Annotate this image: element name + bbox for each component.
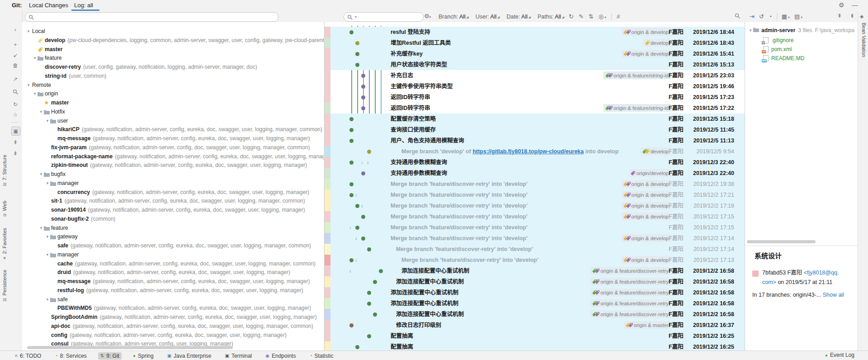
tree-row-concurrency[interactable]: concurrency(gateway, notification, admin… xyxy=(22,188,324,197)
commit-row[interactable]: Merge branch 'feature/discover-retry' in… xyxy=(330,200,745,211)
collapse-all-icon[interactable]: ⇟ xyxy=(11,149,19,157)
tree-row-api-doc[interactable]: api-doc(gateway, notification, admin-ser… xyxy=(22,322,324,331)
statusbar-item-spring[interactable]: ●Spring xyxy=(131,352,156,360)
filter-branch[interactable]: Branch: All▴▾ xyxy=(439,14,468,20)
tree-row-config[interactable]: config(gateway, notification, admin-serv… xyxy=(22,331,324,340)
event-log-button[interactable]: ● Event Log xyxy=(825,352,854,358)
author-email-link2[interactable]: com> xyxy=(762,279,776,285)
tab-log-all[interactable]: Log: all xyxy=(74,2,93,9)
add-branch-icon[interactable]: + xyxy=(11,41,19,49)
sort-icon[interactable]: ⇅ xyxy=(589,13,594,20)
commit-row[interactable]: 添加连接配置中心重试机制origin & feature/discover-re… xyxy=(330,287,745,298)
find-commit-icon[interactable] xyxy=(735,13,740,19)
log-search-input[interactable]: ▾ xyxy=(344,12,424,22)
view-options-icon[interactable]: ▤▾ xyxy=(794,13,802,20)
commit-row[interactable]: Merge branch 'feature/discover-retry' in… xyxy=(330,211,745,222)
go-to-hash-icon[interactable]: # xyxy=(617,13,620,20)
author-email-link[interactable]: <fjy8018@qq. xyxy=(804,270,839,276)
tree-row-hikaricp[interactable]: hikariCP(gateway, notification, admin-se… xyxy=(22,125,324,134)
expander-icon[interactable]: ▼ xyxy=(26,81,31,90)
tree-row-manager[interactable]: ▼manager xyxy=(22,251,324,259)
tree-row-manager[interactable]: ▼manager xyxy=(22,179,324,188)
favorite-icon[interactable]: ☆ xyxy=(11,111,19,119)
tree-row-origin[interactable]: ▼origin xyxy=(22,90,324,98)
tool-window-stub-web[interactable]: ◍Web xyxy=(0,201,9,217)
branches-hscrollbar[interactable] xyxy=(27,346,233,349)
commit-row[interactable]: Merge branch 'feature/discover-retry' in… xyxy=(330,244,745,255)
group-by-directory-icon[interactable]: ▣ xyxy=(11,127,20,136)
tree-row-springbootadmin[interactable]: SpringBootAdmin(gateway, notification, a… xyxy=(22,313,324,322)
commit-row[interactable]: 修改日志打印级别origin & masterF嘉阳2019/12/2 16:3… xyxy=(330,320,745,331)
commit-row[interactable]: 添加连接配置中心重试机制origin & feature/discover-re… xyxy=(330,298,745,309)
commit-row[interactable]: 配置抽离F嘉阳2019/12/2 16:25 xyxy=(330,341,745,351)
expand-all-icon[interactable]: ⇞ xyxy=(11,138,19,147)
expander-icon[interactable]: ▼ xyxy=(39,170,43,179)
commit-row[interactable]: Merge branch 'feature/discover-retry' in… xyxy=(330,179,745,189)
tree-row-bugfix[interactable]: ▼bugfix xyxy=(22,170,324,179)
tree-row-feature[interactable]: ▼feature xyxy=(22,54,324,62)
filter-date[interactable]: Date: All▴▾ xyxy=(506,14,530,20)
commit-link[interactable]: https://gitlab.fjy8018.top/pw-cloud/eure… xyxy=(472,148,584,155)
commit-row[interactable]: 支持通用参数模糊查询origin/developF嘉阳2019/12/3 22:… xyxy=(330,168,745,179)
changed-file-row[interactable]: MDREADME.MD xyxy=(745,54,858,63)
search-icon[interactable] xyxy=(11,88,19,96)
refresh-log-icon[interactable]: ↻ xyxy=(569,13,574,20)
tree-row-pbewithmd5[interactable]: PBEWithMD5(gateway, notification, admin-… xyxy=(22,304,324,313)
tool-window-stub--structure[interactable]: ▤7: Structure xyxy=(0,155,9,187)
minimize-icon[interactable]: — xyxy=(852,1,858,9)
tree-row-remote[interactable]: ▼Remote xyxy=(22,81,324,90)
commit-row[interactable]: 支持通用参数模糊查询F嘉阳2019/12/3 22:40 xyxy=(330,157,745,168)
changed-file-row[interactable]: <>pom.xml xyxy=(745,45,858,54)
group-by-icon[interactable]: ▦▾ xyxy=(782,13,790,20)
tree-row-user[interactable]: ▼user xyxy=(22,117,324,125)
statusbar-item--git[interactable]: ⇅9: Git xyxy=(98,352,122,360)
delete-icon[interactable]: 🗑 xyxy=(11,62,19,70)
tool-window-stub-persistence[interactable]: ▥Persistence xyxy=(0,270,9,302)
filter-user[interactable]: User: All▴▾ xyxy=(476,14,500,20)
back-icon[interactable]: ‹ xyxy=(11,26,19,34)
commit-row[interactable]: 配置缓存清空策略F嘉阳2019/12/5 15:18 xyxy=(330,114,745,124)
commit-row[interactable]: 查询接口使用缓存F嘉阳2019/12/5 11:45 xyxy=(330,124,745,135)
expand-all-icon[interactable]: ⇞ xyxy=(837,13,842,19)
details-hscrollbar[interactable] xyxy=(747,240,816,243)
tool-window-stub-bean-validation[interactable]: Bean Validation xyxy=(859,23,867,57)
tree-row-string-id[interactable]: string-id(user, common) xyxy=(22,72,324,81)
expander-icon[interactable]: ▼ xyxy=(748,28,753,33)
quick-settings-icon[interactable]: ✎ xyxy=(579,13,584,20)
statusbar-item--services[interactable]: ◔8: Services xyxy=(52,352,89,360)
statusbar-item-terminal[interactable]: ▣Terminal xyxy=(222,352,254,360)
statusbar-item-endpoints[interactable]: ◉Endpoints xyxy=(263,352,298,360)
commit-row[interactable]: 补充缓存keyorigin & developF嘉阳2019/12/6 15:4… xyxy=(330,48,745,59)
branch-search-input[interactable] xyxy=(25,12,278,22)
tree-row-master[interactable]: ★master xyxy=(22,99,324,107)
gear-icon[interactable]: ⚙ xyxy=(839,1,844,9)
tree-row-safe[interactable]: ▼safe xyxy=(22,295,324,304)
commit-row[interactable]: Merge branch 'feature/discover-retry' in… xyxy=(330,233,745,244)
commit-row[interactable]: Merge branch 'develop' of https://gitlab… xyxy=(330,146,745,157)
commit-row[interactable]: Merge branch 'feature/discover-retry' in… xyxy=(330,222,745,233)
tree-row-fix-jvm-param[interactable]: fix-jvm-param(gateway, notification, adm… xyxy=(22,143,324,152)
expander-icon[interactable]: ▼ xyxy=(33,54,37,62)
tree-row-safe[interactable]: safe(gateway, notification, admin-server… xyxy=(22,242,324,250)
pin-icon[interactable]: ⇥ xyxy=(750,13,755,20)
tree-row-gateway[interactable]: ▼gateway xyxy=(22,232,324,241)
commit-row[interactable]: 用户、角色支持通用模糊查询F嘉阳2019/12/5 11:13 xyxy=(330,135,745,146)
commit-row[interactable]: 增加Restful 返回工具类developF嘉阳2019/12/6 18:43 xyxy=(330,38,745,48)
tree-row-sonar-190914[interactable]: sonar-190914(gateway, notification, admi… xyxy=(22,206,324,214)
commit-row[interactable]: 添加连接配置中心重试机制origin & feature/discover-re… xyxy=(330,276,745,287)
filter-gear-icon[interactable]: ⚙▾ xyxy=(424,13,431,19)
tree-row-sonar-bugfix-2[interactable]: sonar-bugfix-2(common) xyxy=(22,215,324,223)
collapse-all-icon[interactable]: ⇟ xyxy=(850,13,854,19)
changed-file-row[interactable]: ⊘.gitignore xyxy=(745,36,858,45)
expander-icon[interactable]: ▼ xyxy=(39,224,43,232)
statusbar-item-statistic[interactable]: ◔Statistic xyxy=(307,352,335,360)
tree-row-develop[interactable]: develop(pw-cloud-dependencies, logging, … xyxy=(22,36,324,45)
expander-icon[interactable]: ▼ xyxy=(39,108,43,116)
expander-icon[interactable]: ▼ xyxy=(26,27,31,36)
statusbar-item-java-enterprise[interactable]: ▣Java Enterprise xyxy=(165,352,214,360)
commit-row[interactable]: resful 登陆支持origin & developF嘉阳2019/12/6 … xyxy=(330,27,745,38)
expander-icon[interactable]: ▼ xyxy=(45,295,50,304)
commit-row[interactable]: 添加连接配置中心重试机制origin & feature/discover-re… xyxy=(330,265,745,276)
commit-row[interactable]: Merge branch 'feature/discover-retry' in… xyxy=(330,255,745,265)
refresh-icon[interactable]: ↻ xyxy=(11,100,19,109)
